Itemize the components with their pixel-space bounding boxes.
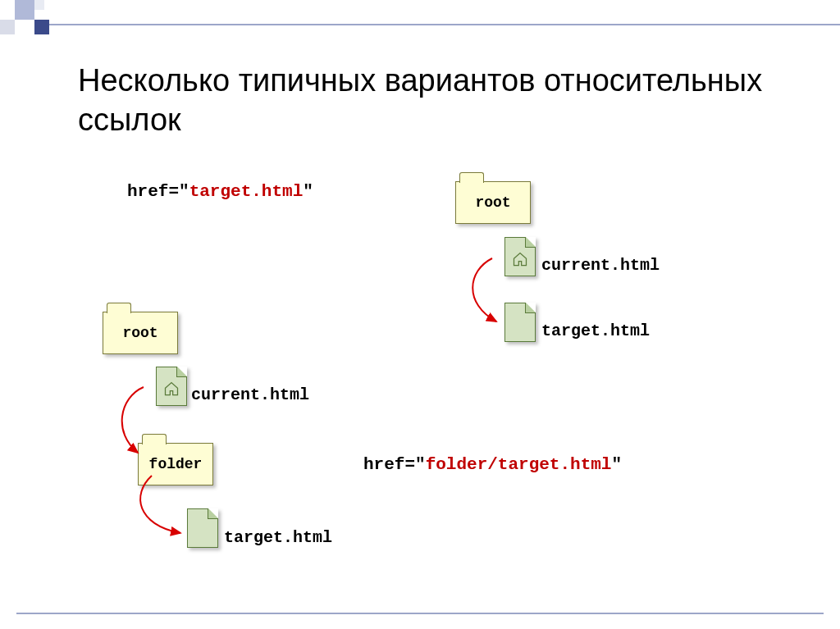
href-suffix: " <box>611 455 622 474</box>
frame-top-line <box>49 24 840 25</box>
file-label-target-ex2: target.html <box>224 528 332 547</box>
home-icon <box>163 381 180 397</box>
folder-label: root <box>122 325 158 341</box>
folder-label: root <box>475 194 510 211</box>
href-example-1: href="target.html" <box>127 182 313 201</box>
href-suffix: " <box>303 182 313 201</box>
file-target-ex2 <box>187 508 218 548</box>
href-value: folder/target.html <box>426 455 612 474</box>
file-label-current-ex2: current.html <box>191 385 309 404</box>
file-target-ex1 <box>504 303 536 342</box>
file-current-ex2 <box>156 367 187 406</box>
folder-sub-ex2: folder <box>138 443 213 485</box>
href-example-2: href="folder/target.html" <box>363 455 622 474</box>
folder-root-ex1: root <box>455 181 531 224</box>
page-title: Несколько типичных вариантов относительн… <box>78 62 791 139</box>
frame-bottom-line <box>16 613 824 614</box>
folder-label: folder <box>149 456 203 472</box>
href-value: target.html <box>189 182 304 201</box>
file-label-current-ex1: current.html <box>541 256 660 275</box>
href-prefix: href=" <box>363 455 426 474</box>
file-current-ex1 <box>504 237 536 276</box>
folder-root-ex2: root <box>103 312 178 354</box>
file-label-target-ex1: target.html <box>541 321 650 340</box>
corner-decoration <box>0 0 57 45</box>
href-prefix: href=" <box>127 182 189 201</box>
home-icon <box>512 251 528 267</box>
